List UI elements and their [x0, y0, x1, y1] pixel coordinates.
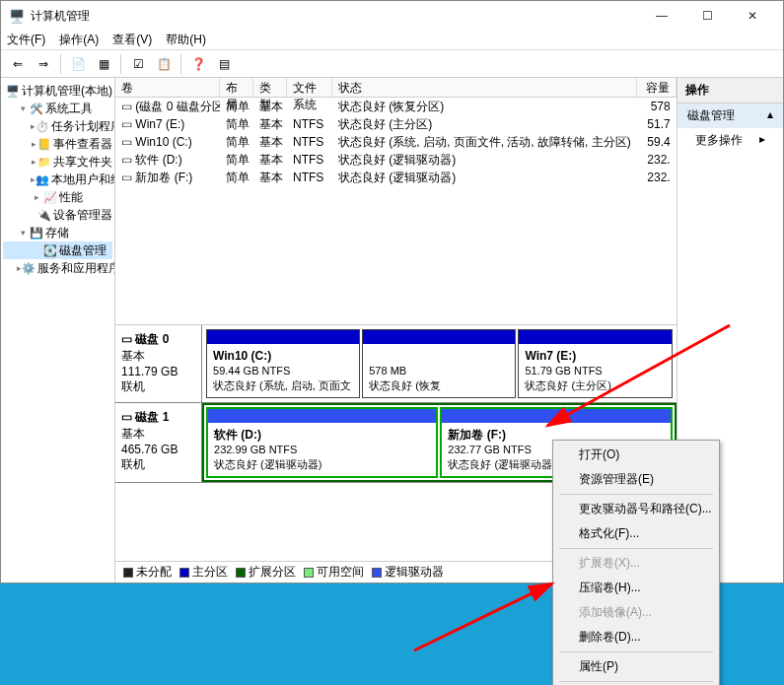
- disk-label[interactable]: ▭ 磁盘 1基本465.76 GB联机: [115, 403, 202, 482]
- ctx-delete[interactable]: 删除卷(D)...: [555, 625, 717, 650]
- props-button[interactable]: 📋: [153, 53, 175, 75]
- forward-button[interactable]: ⇒: [33, 53, 54, 75]
- volume-grid[interactable]: ▭ (磁盘 0 磁盘分区 2)简单基本状态良好 (恢复分区)578▭ Win7 …: [115, 98, 677, 324]
- back-button[interactable]: ⇐: [7, 53, 29, 75]
- ctx-explorer[interactable]: 资源管理器(E): [555, 467, 717, 492]
- toolbar: ⇐ ⇒ 📄 ▦ ☑ 📋 ❓ ▤: [1, 50, 783, 78]
- partition[interactable]: 软件 (D:)232.99 GB NTFS状态良好 (逻辑驱动器): [206, 407, 438, 478]
- volume-row[interactable]: ▭ 软件 (D:)简单基本NTFS状态良好 (逻辑驱动器)232.: [115, 151, 677, 169]
- ctx-props[interactable]: 属性(P): [555, 654, 717, 679]
- context-menu: 打开(O) 资源管理器(E) 更改驱动器号和路径(C)... 格式化(F)...…: [552, 440, 720, 685]
- col-layout[interactable]: 布局: [220, 78, 253, 97]
- col-volume[interactable]: 卷: [115, 78, 220, 97]
- volume-grid-header: 卷 布局 类型 文件系统 状态 容量: [115, 78, 677, 98]
- menu-view[interactable]: 查看(V): [112, 32, 152, 48]
- menu-file[interactable]: 文件(F): [7, 32, 45, 48]
- tree-event-viewer[interactable]: ▸📒事件查看器: [3, 135, 112, 153]
- ctx-change-letter[interactable]: 更改驱动器号和路径(C)...: [555, 497, 717, 521]
- minimize-button[interactable]: —: [639, 1, 684, 31]
- volume-row[interactable]: ▭ (磁盘 0 磁盘分区 2)简单基本状态良好 (恢复分区)578: [115, 98, 677, 115]
- menu-help[interactable]: 帮助(H): [166, 32, 206, 48]
- tree-storage[interactable]: ▾💾存储: [3, 224, 112, 241]
- list-button[interactable]: ▤: [213, 53, 235, 75]
- app-icon: 🖥️: [9, 9, 25, 24]
- tree-system-tools[interactable]: ▾🛠️系统工具: [3, 100, 112, 117]
- maximize-button[interactable]: ☐: [684, 1, 730, 31]
- ctx-extend: 扩展卷(X)...: [555, 551, 717, 576]
- titlebar[interactable]: 🖥️ 计算机管理 — ☐ ✕: [1, 1, 783, 31]
- volume-row[interactable]: ▭ Win7 (E:)简单基本NTFS状态良好 (主分区)51.7: [115, 115, 677, 133]
- actions-group[interactable]: 磁盘管理▴: [677, 103, 783, 128]
- window-title: 计算机管理: [31, 8, 639, 25]
- partition[interactable]: Win10 (C:)59.44 GB NTFS状态良好 (系统, 启动, 页面文: [206, 329, 360, 398]
- tree-root[interactable]: 🖥️计算机管理(本地): [3, 82, 112, 100]
- col-status[interactable]: 状态: [332, 78, 637, 97]
- close-button[interactable]: ✕: [730, 1, 775, 31]
- menubar: 文件(F) 操作(A) 查看(V) 帮助(H): [1, 31, 783, 50]
- refresh-button[interactable]: ☑: [127, 53, 149, 75]
- up-button[interactable]: 📄: [67, 53, 89, 75]
- disk-label[interactable]: ▭ 磁盘 0基本111.79 GB联机: [115, 325, 202, 402]
- ctx-mirror: 添加镜像(A)...: [555, 600, 717, 625]
- ctx-format[interactable]: 格式化(F)...: [555, 521, 717, 546]
- tree-shared[interactable]: ▸📁共享文件夹: [3, 153, 112, 171]
- ctx-shrink[interactable]: 压缩卷(H)...: [555, 576, 717, 600]
- volume-row[interactable]: ▭ Win10 (C:)简单基本NTFS状态良好 (系统, 启动, 页面文件, …: [115, 133, 677, 151]
- tree-services[interactable]: ▸⚙️服务和应用程序: [3, 259, 112, 277]
- svg-line-1: [414, 583, 552, 651]
- actions-title: 操作: [677, 78, 783, 103]
- disk-row: ▭ 磁盘 0基本111.79 GB联机Win10 (C:)59.44 GB NT…: [115, 325, 677, 403]
- volume-row[interactable]: ▭ 新加卷 (F:)简单基本NTFS状态良好 (逻辑驱动器)232.: [115, 169, 677, 186]
- menu-action[interactable]: 操作(A): [59, 32, 99, 48]
- col-type[interactable]: 类型: [253, 78, 287, 97]
- views-button[interactable]: ▦: [93, 53, 114, 75]
- ctx-open[interactable]: 打开(O): [555, 443, 717, 467]
- tree-scheduler[interactable]: ▸⏱️任务计划程序: [3, 117, 112, 135]
- tree-perf[interactable]: ▸📈性能: [3, 188, 112, 206]
- col-fs[interactable]: 文件系统: [287, 78, 332, 97]
- col-cap[interactable]: 容量: [637, 78, 677, 97]
- partition[interactable]: Win7 (E:)51.79 GB NTFS状态良好 (主分区): [518, 329, 672, 398]
- tree-devmgr[interactable]: 🔌设备管理器: [3, 206, 112, 224]
- nav-tree: 🖥️计算机管理(本地) ▾🛠️系统工具 ▸⏱️任务计划程序 ▸📒事件查看器 ▸📁…: [1, 78, 115, 582]
- tree-diskmgmt[interactable]: 💽磁盘管理: [3, 241, 112, 259]
- collapse-icon: ▴: [767, 107, 773, 124]
- chevron-right-icon: ▸: [759, 132, 765, 149]
- tree-users[interactable]: ▸👥本地用户和组: [3, 171, 112, 188]
- partition[interactable]: 578 MB状态良好 (恢复: [362, 329, 516, 398]
- actions-more[interactable]: 更多操作▸: [677, 128, 783, 153]
- help-button[interactable]: ❓: [187, 53, 209, 75]
